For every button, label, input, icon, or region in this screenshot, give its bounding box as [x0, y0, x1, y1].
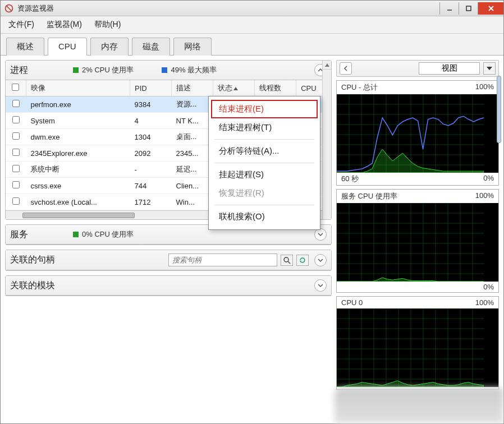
cpu-chart: CPU - 总计100%60 秒0%	[336, 80, 499, 186]
cm-separator	[214, 163, 314, 163]
chart-x-label: 60 秒	[341, 174, 359, 184]
col-status[interactable]: 状态	[213, 80, 255, 96]
right-collapse-button[interactable]	[340, 62, 352, 75]
col-image[interactable]: 映像	[26, 80, 130, 96]
max-freq-metric: 49% 最大频率	[162, 65, 217, 75]
cell-pid: 1712	[130, 194, 172, 210]
cell-desc: Clien...	[172, 178, 213, 194]
handles-search-input[interactable]	[168, 254, 277, 266]
handles-title: 关联的句柄	[10, 254, 55, 266]
menu-monitor[interactable]: 监视器(M)	[44, 19, 84, 31]
chart-max-label: 100%	[475, 298, 494, 307]
table-vertical-scrollbar[interactable]	[322, 61, 331, 219]
views-dropdown[interactable]: 视图	[419, 62, 480, 75]
cm-separator	[214, 139, 314, 140]
services-expand-button[interactable]	[314, 228, 327, 241]
cell-image: 2345Explorer.exe	[26, 145, 130, 162]
col-select-all[interactable]	[6, 80, 26, 96]
col-desc[interactable]: 描述	[172, 80, 213, 96]
cm-search-online[interactable]: 联机搜索(O)	[211, 208, 318, 226]
tab-cpu[interactable]: CPU	[48, 38, 87, 56]
window-title: 资源监视器	[17, 3, 436, 13]
handles-section: 关联的句柄	[5, 250, 332, 271]
cell-desc: 延迟...	[172, 162, 213, 178]
cell-pid: 4	[130, 113, 172, 129]
cm-end-process[interactable]: 结束进程(E)	[211, 100, 318, 118]
col-threads[interactable]: 线程数	[255, 80, 296, 96]
row-checkbox[interactable]	[12, 197, 20, 205]
cm-resume: 恢复进程(R)	[211, 184, 318, 202]
window-vertical-scrollbar[interactable]	[497, 52, 502, 418]
cell-pid: 9384	[130, 96, 172, 113]
search-icon[interactable]	[281, 255, 293, 266]
cell-desc: Win...	[172, 194, 213, 210]
tab-overview[interactable]: 概述	[6, 38, 44, 56]
menu-file[interactable]: 文件(F)	[6, 19, 36, 31]
chart-title-text: CPU - 总计	[341, 82, 378, 93]
cpu-usage-metric: 2% CPU 使用率	[73, 65, 134, 75]
right-header: 视图	[336, 60, 499, 77]
handles-expand-button[interactable]	[314, 254, 327, 266]
refresh-icon[interactable]	[296, 255, 309, 266]
row-checkbox[interactable]	[12, 149, 20, 156]
svg-line-9	[288, 261, 290, 264]
cell-image: svchost.exe (Local...	[26, 194, 130, 210]
cpu-chart: CPU 0100%	[336, 296, 499, 390]
col-pid[interactable]: PID	[130, 80, 172, 96]
chart-max-label: 100%	[475, 82, 494, 93]
svg-marker-7	[325, 63, 329, 67]
svg-line-1	[7, 6, 11, 11]
cell-pid: 744	[130, 178, 172, 194]
cm-end-tree[interactable]: 结束进程树(T)	[211, 118, 318, 137]
tabs: 概述 CPU 内存 磁盘 网络	[1, 34, 503, 56]
row-checkbox[interactable]	[12, 100, 20, 107]
menubar: 文件(F) 监视器(M) 帮助(H)	[1, 16, 503, 34]
cell-desc: NT K...	[172, 113, 213, 129]
tab-memory[interactable]: 内存	[90, 38, 129, 56]
cm-separator	[214, 205, 314, 205]
cm-suspend[interactable]: 挂起进程(S)	[211, 165, 318, 184]
cell-image: perfmon.exe	[26, 96, 130, 113]
cell-image: 系统中断	[26, 162, 130, 178]
row-checkbox[interactable]	[12, 165, 20, 172]
tab-disk[interactable]: 磁盘	[132, 38, 170, 56]
processes-header: 进程 2% CPU 使用率 49% 最大频率	[6, 61, 331, 80]
cell-image: dwm.exe	[26, 129, 130, 145]
close-button[interactable]	[478, 2, 503, 15]
svg-marker-74	[337, 381, 484, 387]
cell-desc: 桌面...	[172, 129, 213, 145]
window-buttons	[439, 2, 503, 15]
views-dropdown-arrow[interactable]	[483, 62, 496, 75]
row-checkbox[interactable]	[12, 181, 20, 188]
cm-analyze-wait[interactable]: 分析等待链(A)...	[211, 142, 318, 160]
cell-image: System	[26, 113, 130, 129]
row-checkbox[interactable]	[12, 116, 20, 123]
chart-title-text: CPU 0	[341, 298, 363, 307]
cell-pid: 1304	[130, 129, 172, 145]
processes-title: 进程	[10, 64, 28, 76]
app-icon	[4, 3, 14, 13]
tab-network[interactable]: 网络	[173, 38, 212, 56]
process-context-menu: 结束进程(E) 结束进程树(T) 分析等待链(A)... 挂起进程(S) 恢复进…	[208, 96, 320, 230]
chart-min-label: 0%	[483, 283, 494, 291]
svg-rect-3	[466, 6, 471, 11]
svg-marker-6	[233, 87, 238, 90]
minimize-button[interactable]	[439, 2, 459, 15]
svg-marker-11	[487, 67, 492, 70]
row-checkbox[interactable]	[12, 132, 20, 140]
svg-point-8	[284, 257, 288, 262]
services-title: 服务	[10, 229, 28, 241]
modules-title: 关联的模块	[10, 280, 55, 292]
obscured-region	[335, 388, 503, 423]
cpu-chart: 服务 CPU 使用率100%0%	[336, 189, 499, 293]
svg-marker-53	[337, 278, 484, 282]
modules-expand-button[interactable]	[314, 279, 327, 292]
chart-max-label: 100%	[475, 191, 494, 201]
menu-help[interactable]: 帮助(H)	[92, 19, 123, 31]
chart-title-text: 服务 CPU 使用率	[341, 191, 397, 201]
chart-min-label: 0%	[483, 174, 494, 184]
titlebar: 资源监视器	[1, 1, 503, 16]
cell-pid: 2092	[130, 145, 172, 162]
cell-pid: -	[130, 162, 172, 178]
maximize-button[interactable]	[459, 2, 478, 15]
